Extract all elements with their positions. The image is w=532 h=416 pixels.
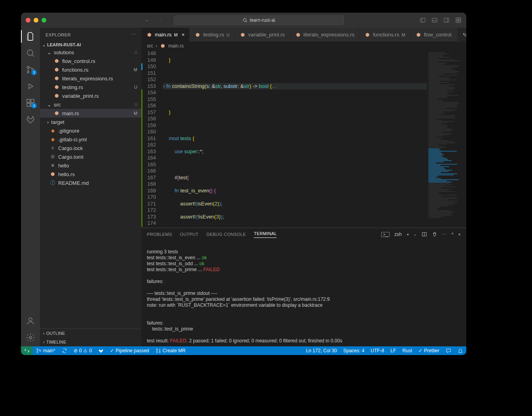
file-hello[interactable]: ≡hello: [40, 161, 141, 170]
file-testing[interactable]: ⬢testing.rsU: [40, 83, 141, 91]
code-editor[interactable]: 1481491501511521531541551561571581591601…: [141, 50, 427, 228]
svg-rect-12: [27, 99, 30, 103]
tab-debug-console[interactable]: DEBUG CONSOLE: [207, 232, 246, 237]
vscode-window: ← → learn-rust-ai 3 3: [21, 13, 466, 355]
file-cargo-toml[interactable]: ⚙Cargo.toml: [40, 152, 141, 161]
close-panel-icon[interactable]: ×: [458, 232, 461, 237]
file-hello-rs[interactable]: ⬢hello.rs: [40, 170, 141, 179]
tab-literals[interactable]: ⬢literals_expressions.rs: [290, 28, 360, 42]
maximize-panel-icon[interactable]: ^: [451, 232, 453, 237]
panel-more-icon[interactable]: ⋯: [442, 232, 446, 237]
nav-forward-icon[interactable]: →: [158, 17, 163, 23]
tab-variable-print[interactable]: ⬢variable_print.rs: [235, 28, 290, 42]
gitlab-status[interactable]: [95, 348, 107, 353]
file-readme[interactable]: ⓘREADME.md: [40, 179, 141, 187]
folder-src[interactable]: ⌄src: [40, 100, 141, 109]
new-terminal-icon[interactable]: +: [407, 232, 409, 237]
tab-output[interactable]: OUTPUT: [180, 232, 199, 237]
file-gitlab-ci[interactable]: ◆.gitlab-ci.yml: [40, 135, 141, 144]
explorer-view-icon[interactable]: [21, 32, 40, 41]
svg-point-9: [27, 66, 29, 68]
file-functions[interactable]: ⬢functions.rsM: [40, 65, 141, 74]
close-window[interactable]: [26, 18, 30, 23]
terminal-output[interactable]: running 3 tests test tests::test_is_even…: [141, 241, 466, 346]
pipeline-status[interactable]: ✓Pipeline passed: [107, 348, 152, 353]
minimap[interactable]: [427, 50, 466, 228]
editor-group: ⬢main.rsM× ⬢testing.rsU ⬢variable_print.…: [141, 28, 466, 346]
encoding[interactable]: UTF-8: [368, 348, 388, 353]
svg-rect-13: [27, 103, 30, 106]
create-mr[interactable]: Create MR: [152, 348, 189, 353]
accounts-icon[interactable]: [21, 316, 40, 326]
svg-rect-6: [456, 21, 458, 23]
prettier-status[interactable]: ✓Prettier: [415, 348, 443, 353]
shell-name[interactable]: zsh: [394, 232, 402, 237]
svg-rect-1: [420, 18, 425, 22]
svg-point-16: [29, 318, 32, 321]
file-flow-control[interactable]: ⬢flow_control.rs: [40, 57, 141, 65]
folder-solutions[interactable]: ⌄solutions: [40, 48, 141, 57]
remote-indicator[interactable]: [21, 346, 33, 355]
svg-rect-15: [31, 99, 34, 103]
close-icon[interactable]: ×: [182, 32, 185, 38]
debug-view-icon[interactable]: [21, 82, 40, 91]
sidebar: EXPLORER ⋯ ⌄LEARN-RUST-AI ⌄solutions ⬢fl…: [40, 28, 141, 346]
svg-point-22: [40, 350, 41, 351]
svg-rect-3: [444, 18, 449, 22]
svg-rect-2: [432, 18, 437, 22]
tab-testing[interactable]: ⬢testing.rsU: [190, 28, 235, 42]
search-view-icon[interactable]: [21, 48, 40, 58]
folder-root[interactable]: ⌄LEARN-RUST-AI: [40, 42, 141, 48]
timeline-section[interactable]: ›TIMELINE: [40, 338, 141, 346]
scm-view-icon[interactable]: 3: [21, 65, 40, 74]
customize-layout-icon[interactable]: [455, 17, 462, 23]
layout-sidebar-right-icon[interactable]: [443, 17, 450, 23]
eol[interactable]: LF: [388, 348, 399, 353]
compare-changes-icon[interactable]: [462, 32, 466, 38]
layout-panel-icon[interactable]: [431, 17, 438, 23]
terminal-profile-icon[interactable]: >_: [381, 232, 390, 237]
panel: PROBLEMS OUTPUT DEBUG CONSOLE TERMINAL >…: [141, 228, 466, 346]
file-cargo-lock[interactable]: ≡Cargo.lock: [40, 144, 141, 152]
svg-point-25: [159, 351, 161, 353]
nav-back-icon[interactable]: ←: [144, 17, 150, 23]
tab-flow-control[interactable]: ⬢flow_control.: [410, 28, 458, 42]
svg-rect-4: [456, 18, 458, 20]
tab-terminal[interactable]: TERMINAL: [254, 231, 277, 238]
file-literals[interactable]: ⬢literals_expressions.rs: [40, 74, 141, 83]
titlebar: ← → learn-rust-ai: [21, 13, 466, 28]
split-terminal-icon[interactable]: [422, 232, 427, 237]
kill-terminal-icon[interactable]: [432, 232, 437, 237]
language-mode[interactable]: Rust: [399, 348, 416, 353]
sidebar-more-icon[interactable]: ⋯: [131, 32, 136, 37]
file-main[interactable]: ⬢main.rsM: [40, 109, 141, 118]
search-icon: [243, 18, 247, 23]
feedback-icon[interactable]: [443, 348, 454, 353]
file-variable-print[interactable]: ⬢variable_print.rs: [40, 91, 141, 100]
minimize-window[interactable]: [34, 18, 38, 23]
indentation[interactable]: Spaces: 4: [340, 348, 367, 353]
activity-bar: 3 3: [21, 28, 40, 346]
folder-target[interactable]: ›target: [40, 118, 141, 126]
svg-point-21: [37, 351, 38, 353]
tab-main[interactable]: ⬢main.rsM×: [141, 28, 190, 42]
cursor-position[interactable]: Ln 172, Col 30: [303, 348, 340, 353]
notifications-icon[interactable]: [454, 348, 466, 353]
maximize-window[interactable]: [42, 18, 46, 23]
terminal-dropdown-icon[interactable]: ⌄: [414, 232, 417, 236]
settings-icon[interactable]: [21, 333, 40, 342]
outline-section[interactable]: ›OUTLINE: [40, 329, 141, 338]
command-center[interactable]: learn-rust-ai: [174, 15, 344, 25]
tab-problems[interactable]: PROBLEMS: [147, 232, 172, 237]
sidebar-title: EXPLORER: [46, 32, 71, 37]
branch-status[interactable]: main*: [33, 348, 59, 353]
svg-point-0: [243, 19, 246, 22]
breadcrumb[interactable]: src› ⬢main.rs: [141, 42, 466, 50]
tab-functions[interactable]: ⬢functions.rsM: [359, 28, 410, 42]
errors-status[interactable]: ⊘0⚠0: [70, 348, 95, 353]
file-gitignore[interactable]: ◆.gitignore: [40, 126, 141, 135]
layout-sidebar-left-icon[interactable]: [420, 17, 426, 23]
extensions-view-icon[interactable]: 3: [21, 98, 40, 108]
sync-status[interactable]: [59, 348, 70, 353]
gitlab-view-icon[interactable]: [21, 115, 40, 124]
